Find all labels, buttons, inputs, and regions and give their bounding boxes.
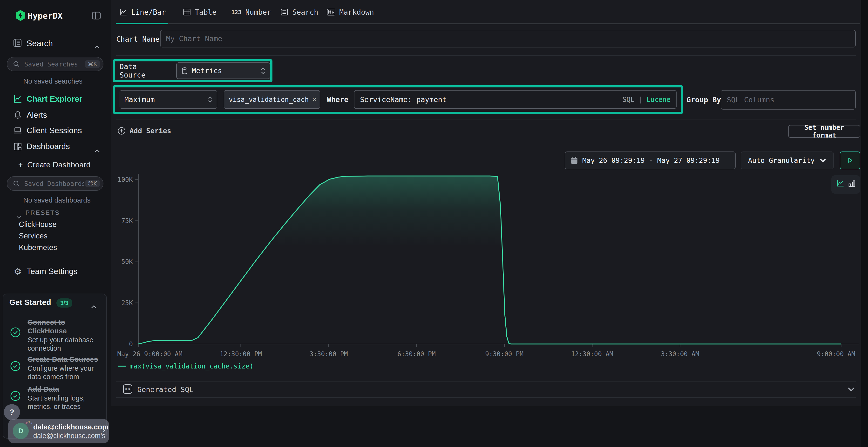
svg-text:100K: 100K — [117, 176, 133, 183]
legend-label: max(visa_validation_cache.size) — [129, 362, 253, 370]
run-query-button[interactable] — [840, 151, 860, 169]
get-started-item[interactable]: Create Data Sources Configure where your… — [10, 355, 101, 381]
granularity-value: Auto Granularity — [748, 156, 814, 165]
lucene-toggle[interactable]: Lucene — [646, 96, 671, 103]
date-range-value: May 26 09:29:19 - May 27 09:29:19 — [582, 156, 720, 165]
divider — [116, 119, 856, 119]
close-icon[interactable]: × — [312, 95, 317, 104]
collapse-sidebar-icon[interactable] — [91, 10, 101, 23]
tab-markdown[interactable]: Markdown — [327, 0, 374, 24]
metric-chip[interactable]: visa_validation_cach × — [224, 90, 320, 109]
sidebar-item-client-sessions[interactable]: Client Sessions — [0, 123, 111, 138]
data-source-value: Metrics — [192, 66, 222, 75]
shortcut-badge: ⌘K — [85, 180, 100, 187]
sql-toggle[interactable]: SQL — [623, 96, 634, 103]
play-icon — [847, 157, 854, 164]
main-panel: Line/Bar Table 123 Number Search Markdow… — [111, 0, 861, 447]
list-icon — [280, 8, 288, 16]
aggregation-select[interactable]: Maximum — [120, 90, 217, 109]
user-email: dale@clickhouse.com — [33, 423, 109, 431]
chevron-down-icon[interactable] — [847, 387, 855, 392]
timeseries-chart[interactable]: 025K50K75K100KMay 26 9:00:00 AM12:30:00 … — [111, 171, 861, 365]
add-series-label: Add Series — [129, 127, 171, 135]
svg-text:25K: 25K — [121, 299, 133, 307]
data-source-label: Data Source — [120, 62, 166, 79]
active-tab-underline — [116, 23, 168, 24]
gear-icon: ⚙ — [13, 267, 23, 276]
query-language-toggle[interactable]: SQL | Lucene — [623, 96, 676, 103]
sidebar-item-label: Client Sessions — [27, 126, 82, 135]
saved-dashboards-input[interactable] — [23, 179, 85, 188]
search-icon — [13, 180, 20, 187]
get-started-chevron-up-icon[interactable] — [91, 301, 97, 311]
get-started-item-desc: Start sending logs, metrics, or traces — [28, 394, 102, 411]
help-button[interactable]: ? — [4, 404, 20, 420]
saved-searches-input[interactable] — [23, 60, 85, 69]
chart-name-label: Chart Name — [116, 35, 160, 43]
group-by-field[interactable] — [721, 90, 856, 109]
svg-text:3:30:00 PM: 3:30:00 PM — [310, 350, 348, 358]
chart-name-input[interactable] — [161, 34, 856, 43]
preset-services[interactable]: Services — [19, 232, 48, 240]
generated-sql-row[interactable]: <> Generated SQL — [111, 382, 861, 397]
where-input[interactable] — [354, 95, 622, 104]
where-field[interactable]: SQL | Lucene — [354, 90, 676, 109]
sidebar-item-chart-explorer[interactable]: Chart Explorer — [0, 92, 111, 106]
preset-clickhouse[interactable]: ClickHouse — [19, 220, 57, 229]
preset-kubernetes[interactable]: Kubernetes — [19, 243, 57, 252]
sidebar-item-dashboards[interactable]: Dashboards — [0, 139, 111, 154]
plus-icon: + — [18, 161, 23, 169]
group-by-label: Group By — [686, 96, 721, 104]
svg-text:9:30:00 PM: 9:30:00 PM — [485, 350, 523, 358]
data-source-select[interactable]: Metrics — [176, 62, 270, 79]
saved-dashboards-search[interactable]: ⌘K — [7, 176, 104, 191]
plus-circle-icon — [117, 127, 126, 135]
tab-line-bar[interactable]: Line/Bar — [119, 0, 166, 24]
get-started-progress-badge: 3/3 — [56, 299, 72, 307]
database-icon — [181, 67, 188, 74]
select-chevrons-icon — [208, 96, 212, 103]
chart-name-field[interactable] — [160, 30, 856, 47]
get-started-item[interactable]: Add Data Start sending logs, metrics, or… — [10, 385, 101, 411]
search-section-chevron-up-icon[interactable] — [94, 41, 100, 51]
create-dashboard-button[interactable]: +Create Dashboard — [18, 161, 91, 169]
set-number-format-button[interactable]: Set number format — [788, 125, 860, 138]
presets-header[interactable]: PRESETS — [26, 209, 60, 216]
brand-title: HyperDX — [28, 11, 63, 21]
get-started-item-desc: Configure where your data comes from — [28, 364, 102, 381]
divider — [116, 397, 856, 398]
tab-number[interactable]: 123 Number — [231, 0, 271, 24]
svg-text:12:30:00 PM: 12:30:00 PM — [220, 350, 262, 358]
get-started-item[interactable]: Connect to ClickHouse Set up your databa… — [10, 318, 101, 353]
select-chevrons-icon — [261, 67, 265, 75]
get-started-item-title: Add Data — [28, 385, 102, 393]
tab-underline-track — [116, 23, 860, 24]
series-row-highlight: Maximum visa_validation_cach × Where SQL… — [113, 85, 683, 114]
sidebar-item-alerts[interactable]: Alerts — [0, 108, 111, 122]
tab-search[interactable]: Search — [280, 0, 318, 24]
chart-legend[interactable]: max(visa_validation_cache.size) — [118, 362, 253, 370]
chart-explorer-icon — [13, 94, 23, 104]
group-by-input[interactable] — [721, 96, 855, 104]
presets-chevron-down-icon[interactable] — [16, 211, 22, 221]
number-123-icon: 123 — [231, 9, 241, 15]
svg-text:0: 0 — [129, 340, 133, 347]
dashboards-chevron-up-icon[interactable] — [94, 145, 100, 155]
tab-label: Search — [292, 8, 318, 16]
search-icon — [13, 61, 20, 68]
user-card[interactable]: D dale@clickhouse.com dale@clickhouse.co… — [8, 419, 109, 443]
no-saved-searches-text: No saved searches — [23, 77, 83, 85]
svg-text:May 26 9:00:00 AM: May 26 9:00:00 AM — [117, 350, 183, 358]
user-subtitle: dale@clickhouse.com's — [33, 432, 105, 440]
calendar-icon — [571, 157, 578, 164]
granularity-select[interactable]: Auto Granularity — [741, 151, 834, 169]
search-section-label[interactable]: Search — [27, 39, 53, 48]
tab-table[interactable]: Table — [183, 0, 217, 24]
tab-label: Table — [195, 8, 217, 16]
date-range-picker[interactable]: May 26 09:29:19 - May 27 09:29:19 — [565, 151, 736, 169]
saved-searches-search[interactable]: ⌘K — [7, 57, 104, 71]
sidebar-item-team-settings[interactable]: ⚙ Team Settings — [0, 264, 111, 279]
sidebar-item-label: Alerts — [27, 110, 47, 120]
add-series-button[interactable]: Add Series — [117, 127, 171, 135]
generated-sql-label: Generated SQL — [137, 385, 193, 394]
